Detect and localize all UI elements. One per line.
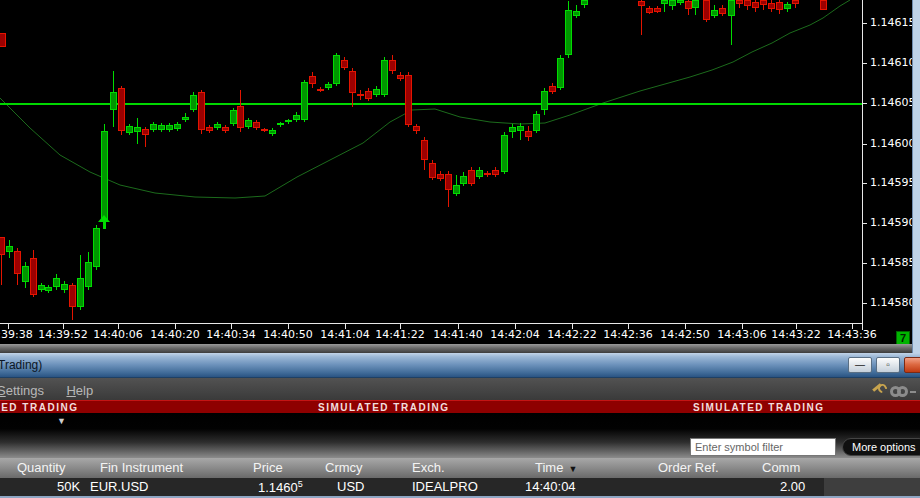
column-header-price[interactable]: Price: [253, 460, 283, 475]
time-label: 14:43:36: [824, 328, 880, 341]
candle-body: [541, 91, 548, 110]
candle-body: [460, 176, 467, 184]
sort-descending-icon: ▼: [568, 464, 577, 474]
column-header-order-ref-[interactable]: Order Ref.: [658, 460, 719, 475]
plot-right-border: [862, 0, 863, 330]
menu-help[interactable]: Help: [66, 383, 93, 398]
row-cell: EUR.USD: [90, 479, 149, 494]
time-label: 14:42:04: [487, 328, 543, 341]
candle-body: [230, 110, 237, 124]
candle-body: [581, 0, 588, 5]
candle-body: [309, 76, 316, 84]
trading-titlebar[interactable]: Trading) — ▫: [0, 353, 920, 378]
price-tick: [862, 263, 867, 264]
candle-body: [333, 55, 340, 84]
candle-body: [198, 92, 205, 130]
candle-body: [206, 127, 213, 131]
column-header-time[interactable]: Time▼: [535, 460, 577, 475]
candle-body: [30, 258, 37, 295]
maximize-button[interactable]: ▫: [876, 357, 900, 373]
candle-body: [166, 125, 173, 130]
wrench-icon[interactable]: [870, 384, 884, 398]
candle-body: [768, 3, 775, 9]
candle-body: [365, 91, 372, 99]
candle-body: [453, 185, 460, 194]
row-cell: 2.00: [780, 479, 805, 494]
candle-body: [142, 129, 149, 135]
column-header-exch-[interactable]: Exch.: [412, 460, 445, 475]
simulated-trading-banner: SIMULATED TRADING SIMULATED TRADING SIMU…: [0, 400, 920, 413]
candlestick-chart[interactable]: [0, 0, 862, 330]
candle-body: [61, 284, 68, 290]
more-options-button[interactable]: More options: [842, 438, 920, 456]
column-header-crmcy[interactable]: Crmcy: [325, 460, 363, 475]
candle-body: [22, 266, 29, 282]
close-button[interactable]: [904, 357, 920, 373]
link-icon[interactable]: [894, 382, 916, 400]
candle-body: [126, 126, 133, 133]
candle-body: [421, 140, 428, 160]
maximize-icon: ▫: [877, 358, 899, 372]
candle-body: [685, 1, 692, 9]
buy-arrow-head: [98, 215, 110, 222]
banner-text-center: SIMULATED TRADING: [318, 402, 449, 413]
time-label: 14:40:06: [90, 328, 146, 341]
menu-settings[interactable]: Settings: [0, 383, 44, 398]
column-header-quantity[interactable]: Quantity: [17, 460, 65, 475]
chevron-down-icon[interactable]: ▼: [57, 416, 66, 426]
candle-body: [784, 4, 791, 9]
table-row[interactable]: 50KEUR.USD1.14605USDIDEALPRO14:40:042.00: [0, 478, 920, 496]
candle-body: [341, 60, 348, 68]
price-tick: [862, 63, 867, 64]
candle-body: [253, 122, 260, 128]
candle-body: [190, 95, 197, 110]
candle-body: [501, 135, 508, 172]
candle-body: [222, 127, 229, 131]
candle-body: [654, 8, 661, 12]
time-label: 14:42:36: [600, 328, 656, 341]
candle-body: [792, 0, 799, 4]
candle-body: [413, 126, 420, 131]
candle-body: [711, 10, 718, 16]
candle-body: [484, 173, 491, 175]
candle-body: [429, 163, 436, 178]
time-label: 14:42:22: [544, 328, 600, 341]
price-tick: [862, 144, 867, 145]
candle-body: [405, 75, 412, 125]
candle-body: [85, 262, 92, 287]
price-tick: [862, 23, 867, 24]
candle-body: [45, 287, 52, 291]
toolbar-panel: ▼ More options: [0, 413, 920, 458]
chart-window: 1.146151.146101.146051.146001.145951.145…: [0, 0, 920, 353]
candle-body: [445, 174, 452, 190]
candle-body: [638, 1, 645, 6]
price-tick: [862, 303, 867, 304]
time-label: 14:41:22: [372, 328, 428, 341]
candle-body: [0, 33, 6, 47]
candle-body: [397, 75, 404, 79]
row-cell: 50K: [57, 479, 80, 494]
price-fraction: 5: [298, 479, 303, 489]
candle-body: [509, 127, 516, 132]
time-label: 14:39:52: [35, 328, 91, 341]
table-header: QuantityFin InstrumentPriceCrmcyExch.Tim…: [0, 458, 920, 478]
candle-body: [533, 114, 540, 131]
candle-body: [389, 60, 396, 71]
candle-body: [261, 129, 268, 131]
candle-body: [182, 117, 189, 120]
time-label: 14:40:50: [260, 328, 316, 341]
column-header-fin-instrument[interactable]: Fin Instrument: [100, 460, 183, 475]
candle-body: [317, 89, 324, 91]
candle-body: [565, 10, 572, 55]
menubar: Settings Help: [0, 378, 920, 400]
candle-body: [661, 0, 668, 4]
time-label: 14:42:50: [657, 328, 713, 341]
plot-bottom-border: [0, 323, 862, 324]
price-label: 1.14595: [870, 176, 916, 189]
candle-body: [110, 92, 117, 110]
candle-body: [692, 0, 699, 8]
minimize-button[interactable]: —: [848, 357, 872, 373]
column-header-comm[interactable]: Comm: [762, 460, 800, 475]
symbol-filter-input[interactable]: [690, 438, 836, 456]
buy-arrow-stem: [103, 222, 106, 229]
